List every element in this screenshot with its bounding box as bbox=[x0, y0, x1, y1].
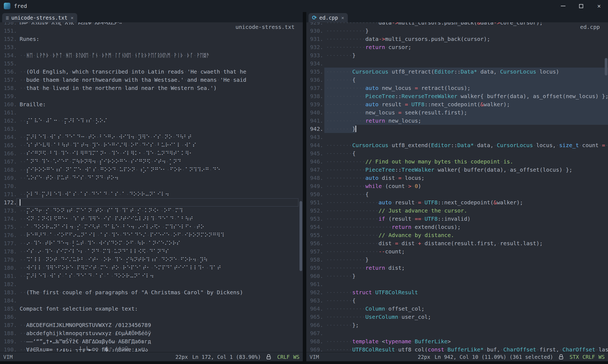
editor-line[interactable]: 153. bbox=[0, 43, 303, 51]
editor-line[interactable]: 935.········CursorLocus·utf8_retract(Edi… bbox=[306, 68, 608, 76]
editor-line[interactable]: 937.············auto·new_locus·=·retract… bbox=[306, 84, 608, 92]
editor-line[interactable]: 956.················dist·=·dist·+·distan… bbox=[306, 239, 608, 247]
editor-line[interactable]: 945.········{ bbox=[306, 149, 608, 157]
editor-line[interactable]: 158.··that·he·lived·in·the·northern·land… bbox=[0, 84, 303, 92]
editor-line[interactable]: 949.············while·(count·>·0) bbox=[306, 182, 608, 190]
right-editor-area[interactable]: 929.················data->multi_cursors.… bbox=[306, 22, 608, 352]
editor-line[interactable]: 946.············//·Find·out·how·many·byt… bbox=[306, 157, 608, 166]
editor-line[interactable]: 181.··⡍⠜⠇⠑⠹·⠺⠁⠎·⠁⠎·⠙⠑⠁⠙·⠁⠎·⠁·⠙⠕⠕⠗⠤⠝⠁⠊⠇⠲ bbox=[0, 272, 303, 280]
editor-line[interactable]: 939.············auto·result·=·UTF8::next… bbox=[306, 100, 608, 108]
lock-icon[interactable] bbox=[266, 354, 271, 360]
right-scrollbar[interactable] bbox=[604, 22, 608, 352]
editor-line[interactable]: 963.········{ bbox=[306, 296, 608, 305]
editor-line[interactable]: 943. bbox=[306, 133, 608, 141]
editor-line[interactable]: 188.··abcdefghijklmnopqrstuvwxyz·£©µÀÆÖÞ… bbox=[0, 329, 303, 337]
editor-line[interactable]: 944.········CursorLocus·utf8_extend(Edit… bbox=[306, 141, 608, 149]
editor-line[interactable]: 959.············return·dist; bbox=[306, 264, 608, 272]
editor-line[interactable]: 159. bbox=[0, 92, 303, 100]
editor-line[interactable]: 187.··ABCDEFGHIJKLMNOPQRSTUVWXYZ·/012345… bbox=[0, 321, 303, 329]
editor-line[interactable]: 168.··⡎⠊⠗⠕⠕⠛⠑⠰⠎·⠝⠁⠍⠑·⠺⠁⠎·⠛⠕⠕⠙·⠥⠏⠕⠝·⠰⡡⠁⠝⠛… bbox=[0, 166, 303, 174]
editor-line[interactable]: 952.················//·Just·advance·the·… bbox=[306, 207, 608, 215]
editor-line[interactable]: 183.··(The·first·couple·of·paragraphs·of… bbox=[0, 288, 303, 296]
editor-line[interactable]: 967. bbox=[306, 329, 608, 337]
editor-line[interactable]: 167.··⠁⠝⠙·⠹⠑·⠡⠊⠑⠋·⠍⠳⠗⠝⠻⠲·⡎⠊⠗⠕⠕⠛⠑·⠎⠊⠛⠝⠫·⠊… bbox=[0, 157, 303, 166]
left-scrollbar[interactable] bbox=[299, 22, 303, 352]
editor-line[interactable]: 955.················//·Advance·by·distan… bbox=[306, 231, 608, 239]
minimize-button[interactable] bbox=[554, 0, 572, 12]
editor-line[interactable]: 160.Braille: bbox=[0, 100, 303, 108]
editor-line[interactable]: 962.········struct·UTF8ColResult bbox=[306, 288, 608, 296]
editor-line[interactable]: 960.········} bbox=[306, 272, 608, 280]
editor-line[interactable]: 152.Runes: bbox=[0, 35, 303, 43]
editor-line[interactable]: 942.········} bbox=[306, 125, 608, 133]
maximize-button[interactable] bbox=[572, 0, 590, 12]
editor-line[interactable]: 179.··⠩⠁⠇⠇·⠝⠕⠞·⠙⠊⠌⠥⠗⠃·⠊⠞⠂·⠕⠗·⠹⠑·⡊⠳⠝⠞⠗⠹⠰⠎… bbox=[0, 256, 303, 264]
editor-line[interactable]: 936.········{ bbox=[306, 76, 608, 84]
editor-line[interactable]: 165.··⠱⠁⠞⠑⠧⠻·⠁⠃⠳⠞·⠹⠁⠞⠲·⡹⠑·⠗⠑⠛⠊⠌⠻·⠕⠋·⠙⠊⠎·… bbox=[0, 141, 303, 149]
editor-line[interactable]: 953.················if·(result·==·UTF8::… bbox=[306, 215, 608, 223]
editor-line[interactable]: 929.················data->multi_cursors.… bbox=[306, 22, 608, 27]
editor-line[interactable]: 163. bbox=[0, 125, 303, 133]
editor-line[interactable]: 932.············return·cursor; bbox=[306, 43, 608, 51]
editor-line[interactable]: 947.············PieceTree::TreeWalker·wa… bbox=[306, 166, 608, 174]
editor-line[interactable]: 948.············auto·dist·=·locus; bbox=[306, 174, 608, 182]
editor-line[interactable]: 162.··⡌⠁⠧⠑·⠼⠁⠒··⡍⠜⠇⠑⠹⠰⠎·⡣⠕⠌ bbox=[0, 117, 303, 125]
close-button[interactable]: ✕ bbox=[590, 0, 608, 12]
editor-line[interactable]: 186. bbox=[0, 313, 303, 321]
editor-line[interactable]: 157.··bude·thaem·lande·northweardum·with… bbox=[0, 76, 303, 84]
editor-line[interactable]: 184. bbox=[0, 296, 303, 305]
editor-line[interactable]: 155. bbox=[0, 59, 303, 68]
editor-line[interactable]: 969.········UTF8ColResult·utf8_col(const… bbox=[306, 345, 608, 352]
editor-line[interactable]: 933.········} bbox=[306, 51, 608, 59]
editor-line[interactable]: 170. bbox=[0, 182, 303, 190]
editor-line[interactable]: 175.··⠁·⠙⠕⠕⠗⠤⠝⠁⠊⠇⠲·⡊·⠍⠊⠣⠞·⠙⠁⠧⠑·⠃⠑⠲·⠔⠊⠇⠔⠫… bbox=[0, 223, 303, 231]
editor-line[interactable]: 940.············new_locus·=·seek(result.… bbox=[306, 108, 608, 117]
editor-line[interactable]: 182. bbox=[0, 280, 303, 288]
editor-line[interactable]: 968.········template·<typename·BufferLik… bbox=[306, 337, 608, 345]
editor-line[interactable]: 173.··⡍⠔⠙⠖·⡊·⠙⠕⠝⠰⠞·⠍⠑⠁⠝·⠞⠕·⠎⠁⠹·⠹⠁⠞·⡊·⠅⠝⠪… bbox=[0, 207, 303, 215]
tab-unicode-stress-txt[interactable]: ≣ unicode-stress.txt ✕ bbox=[2, 13, 77, 22]
editor-line[interactable]: 154.··ᚻᛖ·ᚳᚹᚫᚦ·ᚦᚫᛏ·ᚻᛖ·ᛒᚢᛞᛖ·ᚩᚾ·ᚦᚫᛗ·ᛚᚪᚾᛞᛖ·ᚾ… bbox=[0, 51, 303, 59]
editor-line[interactable]: 190.··∀∂∈ℝ∧∪≡∞·↑↗↨↻⇣·┐┼╔╘►☺♀·ﬁ�⑀₂ἠḂӥẄɐː⍎… bbox=[0, 345, 303, 352]
editor-line[interactable]: 161. bbox=[0, 108, 303, 117]
editor-line[interactable]: 931.············data->multi_cursors.push… bbox=[306, 35, 608, 43]
editor-line[interactable]: 961. bbox=[306, 280, 608, 288]
editor-line[interactable]: 958.············} bbox=[306, 256, 608, 264]
editor-line[interactable]: 950.············{ bbox=[306, 190, 608, 198]
editor-line[interactable]: 185.Compact·font·selection·example·text: bbox=[0, 305, 303, 313]
editor-line[interactable]: 965.············UserColumn·user_col; bbox=[306, 313, 608, 321]
line-number: 190. bbox=[0, 345, 20, 352]
editor-line[interactable]: 177.··⠔·⠹⠑·⠞⠗⠁⠙⠑⠲·⡃⠥⠞·⠹⠑·⠺⠊⠎⠙⠕⠍·⠕⠋·⠳⠗·⠁⠝… bbox=[0, 239, 303, 247]
editor-line[interactable]: 930.············} bbox=[306, 27, 608, 35]
left-scrollbar-thumb[interactable] bbox=[299, 201, 302, 271]
editor-line[interactable]: 176.··⠗⠑⠛⠜⠙·⠁·⠊⠕⠋⠋⠔⠤⠝⠁⠊⠇·⠁⠎·⠹⠑·⠙⠑⠁⠙⠑⠌·⠏⠊… bbox=[0, 231, 303, 239]
tab-close-icon[interactable]: ✕ bbox=[71, 15, 73, 20]
left-editor-pane: ≣ unicode-stress.txt ✕ 150.ሰው·እንደቤቱ·እንጂ·… bbox=[0, 12, 303, 361]
editor-line[interactable]: 156.··(Old·English,·which·transcribed·in… bbox=[0, 68, 303, 76]
lock-icon[interactable] bbox=[559, 354, 564, 360]
editor-line[interactable]: 166.··⠎⠊⠛⠝⠫·⠃⠹·⠹⠑·⠊⠇⠻⠛⠹⠍⠁⠝⠂·⠹⠑·⠊⠇⠻⠅⠂·⠹⠑·… bbox=[0, 149, 303, 157]
editor-line[interactable]: 171.··⡕⠇⠙·⡍⠜⠇⠑⠹·⠺⠁⠎·⠁⠎·⠙⠑⠁⠙·⠁⠎·⠁·⠙⠕⠕⠗⠤⠝⠁… bbox=[0, 190, 303, 198]
editor-line[interactable]: 189.··–—‘“”„†•…‰™œŠŸž€·ΑΒΓΔΩαβγδω·АБВГДа… bbox=[0, 337, 303, 345]
editor-line[interactable]: 934. bbox=[306, 59, 608, 68]
editor-line[interactable]: 954.····················return·extend(lo… bbox=[306, 223, 608, 231]
editor-line[interactable]: 174.··⠪⠝·⠅⠝⠪⠇⠫⠛⠑⠂·⠱⠁⠞·⠹⠻⠑·⠊⠎·⠏⠜⠞⠊⠊⠥⠇⠜⠇⠹·… bbox=[0, 215, 303, 223]
editor-line[interactable]: 966.········}; bbox=[306, 321, 608, 329]
editor-line[interactable]: 169.··⠡⠕⠎⠑·⠞⠕·⠏⠥⠞·⠙⠊⠎·⠙⠁⠝⠙·⠞⠕⠲ bbox=[0, 174, 303, 182]
editor-line[interactable]: 957.················--count; bbox=[306, 247, 608, 256]
editor-line[interactable]: 164.··⡍⠜⠇⠑⠹·⠺⠁⠎·⠙⠑⠁⠙⠒·⠞⠕·⠃⠑⠛⠔·⠺⠊⠹⠲·⡹⠻⠑·⠊… bbox=[0, 133, 303, 141]
editor-line[interactable]: 180.··⠺⠊⠇⠇·⠹⠻⠑⠋⠕⠗⠑·⠏⠻⠍⠊⠞·⠍⠑·⠞⠕·⠗⠑⠏⠑⠁⠞⠂·⠑… bbox=[0, 264, 303, 272]
editor-line[interactable]: 964.············Column·offset_col; bbox=[306, 305, 608, 313]
maximize-icon bbox=[579, 4, 583, 8]
editor-line[interactable]: 951.················auto·result·=·UTF8::… bbox=[306, 198, 608, 207]
editor-line[interactable]: 178.··⠊⠎·⠔·⠹⠑·⠎⠊⠍⠊⠇⠑⠆·⠁⠝⠙·⠍⠹·⠥⠝⠙⠁⠇⠇⠪⠫·⠙⠁… bbox=[0, 247, 303, 256]
tab-close-icon[interactable]: ✕ bbox=[341, 15, 344, 20]
tab-ed-cpp[interactable]: ⟳ ed.cpp ✕ bbox=[309, 13, 348, 22]
left-editor-area[interactable]: 150.ሰው·እንደቤቱ·እንጂ·እንደ·ጉረቤቱ·አይተዳደርም።151.15… bbox=[0, 22, 303, 352]
right-scrollbar-thumb[interactable] bbox=[605, 58, 607, 75]
editor-line[interactable]: 941.············return·new_locus; bbox=[306, 117, 608, 125]
line-text: ············return·cursor; bbox=[326, 43, 608, 51]
line-number: 181. bbox=[0, 272, 20, 280]
editor-line[interactable]: 172. bbox=[0, 198, 303, 207]
editor-line[interactable]: 938.············PieceTree::ReverseTreeWa… bbox=[306, 92, 608, 100]
